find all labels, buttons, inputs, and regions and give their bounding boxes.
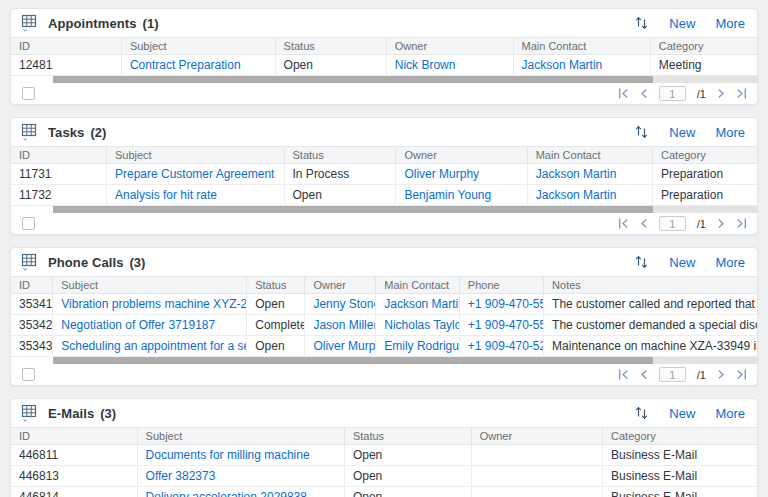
sort-arrows-icon[interactable] [634, 406, 649, 420]
cell-link[interactable]: Emily Rodriguez [384, 339, 459, 353]
column-header-status[interactable]: Status [275, 38, 386, 55]
sort-arrows-icon[interactable] [634, 16, 649, 30]
horizontal-scrollbar[interactable] [11, 357, 757, 364]
sort-arrows-icon[interactable] [634, 255, 649, 269]
horizontal-scrollbar[interactable] [11, 206, 757, 213]
new-button[interactable]: New [669, 406, 695, 421]
scrollbar-track[interactable] [653, 206, 757, 213]
cell-link[interactable]: Scheduling an appointment for a service … [61, 339, 246, 353]
scrollbar-thumb[interactable] [53, 357, 654, 364]
column-header-category[interactable]: Category [603, 428, 757, 445]
more-button[interactable]: More [715, 125, 745, 140]
cell-link[interactable]: Documents for milling machine [146, 448, 310, 462]
select-checkbox[interactable] [22, 368, 35, 381]
cell-link[interactable]: Analysis for hit rate [115, 188, 217, 202]
column-header-id[interactable]: ID [11, 38, 121, 55]
last-page-icon[interactable] [736, 218, 747, 229]
column-header-notes[interactable]: Notes [544, 277, 757, 294]
column-header-status[interactable]: Status [344, 428, 471, 445]
cell-link[interactable]: +1 909-470-5203 [468, 339, 544, 353]
new-button[interactable]: New [669, 255, 695, 270]
select-checkbox[interactable] [22, 87, 35, 100]
scrollbar-track[interactable] [653, 357, 757, 364]
column-header-subject[interactable]: Subject [53, 277, 247, 294]
scrollbar-track[interactable] [653, 76, 757, 83]
column-header-main-contact[interactable]: Main Contact [376, 277, 460, 294]
cell-link[interactable]: Negotiation of Offer 3719187 [61, 318, 215, 332]
cell-text: Open [353, 448, 382, 462]
column-header-main-contact[interactable]: Main Contact [527, 147, 652, 164]
scrollbar-thumb[interactable] [53, 206, 654, 213]
last-page-icon[interactable] [736, 369, 747, 380]
more-button[interactable]: More [715, 16, 745, 31]
cell-link[interactable]: Jackson Martin [522, 58, 603, 72]
more-button[interactable]: More [715, 406, 745, 421]
column-header-category[interactable]: Category [650, 38, 757, 55]
paginator: 1 /1 [618, 216, 747, 231]
column-header-id[interactable]: ID [11, 147, 106, 164]
column-header-subject[interactable]: Subject [106, 147, 284, 164]
previous-page-icon[interactable] [640, 88, 648, 99]
cell-link[interactable]: Contract Preparation [130, 58, 241, 72]
column-header-id[interactable]: ID [11, 428, 137, 445]
last-page-icon[interactable] [736, 88, 747, 99]
column-header-phone[interactable]: Phone [459, 277, 543, 294]
column-header-subject[interactable]: Subject [121, 38, 275, 55]
cell-link[interactable]: Jenny Stone [313, 297, 375, 311]
grid-table-icon[interactable] [21, 123, 38, 141]
cell-text: The customer demanded a special discount… [552, 318, 757, 332]
section-title: Appointments [48, 16, 137, 31]
column-header-owner[interactable]: Owner [386, 38, 513, 55]
cell-link[interactable]: +1 909-470-5522 [468, 318, 544, 332]
previous-page-icon[interactable] [640, 369, 648, 380]
paginator: 1 /1 [618, 367, 747, 382]
cell-link[interactable]: Oliver Murphy [404, 167, 479, 181]
cell-text: Completed [255, 318, 305, 332]
new-button[interactable]: New [669, 16, 695, 31]
cell-link[interactable]: Jackson Martin [536, 188, 617, 202]
scrollbar-thumb[interactable] [53, 76, 654, 83]
column-header-id[interactable]: ID [11, 277, 53, 294]
cell-link[interactable]: Jackson Martin [384, 297, 459, 311]
next-page-icon[interactable] [717, 218, 725, 229]
first-page-icon[interactable] [618, 88, 629, 99]
first-page-icon[interactable] [618, 369, 629, 380]
cell-link[interactable]: Benjamin Young [404, 188, 491, 202]
column-header-category[interactable]: Category [653, 147, 757, 164]
cell-link[interactable]: Prepare Customer Agreement [115, 167, 274, 181]
select-checkbox[interactable] [22, 217, 35, 230]
column-header-main-contact[interactable]: Main Contact [513, 38, 650, 55]
cell-link[interactable]: Delivery acceleration 2029838 [146, 490, 307, 497]
cell-link[interactable]: Jackson Martin [536, 167, 617, 181]
column-header-owner[interactable]: Owner [305, 277, 376, 294]
column-header-owner[interactable]: Owner [396, 147, 527, 164]
cell-text: 446814 [19, 490, 59, 497]
cell-link[interactable]: Nicholas Taylor [384, 318, 459, 332]
grid-table-icon[interactable] [21, 253, 38, 271]
section-table: IDSubjectStatusOwnerMain ContactCategory… [11, 146, 757, 206]
more-button[interactable]: More [715, 255, 745, 270]
grid-table-icon[interactable] [21, 404, 38, 422]
cell-link[interactable]: Vibration problems machine XYZ-2837KX [61, 297, 246, 311]
first-page-icon[interactable] [618, 218, 629, 229]
cell-link[interactable]: Nick Brown [395, 58, 456, 72]
grid-table-icon[interactable] [21, 14, 38, 32]
previous-page-icon[interactable] [640, 218, 648, 229]
horizontal-scrollbar[interactable] [11, 76, 757, 83]
cell-link[interactable]: Oliver Murphy [313, 339, 375, 353]
page-number-input[interactable]: 1 [659, 216, 686, 231]
cell-text: 35341 [19, 297, 52, 311]
column-header-owner[interactable]: Owner [471, 428, 602, 445]
column-header-status[interactable]: Status [247, 277, 305, 294]
cell-link[interactable]: +1 909-470-5577 [468, 297, 544, 311]
page-number-input[interactable]: 1 [659, 367, 686, 382]
cell-link[interactable]: Offer 382373 [146, 469, 216, 483]
new-button[interactable]: New [669, 125, 695, 140]
column-header-status[interactable]: Status [284, 147, 396, 164]
page-number-input[interactable]: 1 [659, 86, 686, 101]
next-page-icon[interactable] [717, 369, 725, 380]
column-header-subject[interactable]: Subject [137, 428, 344, 445]
cell-link[interactable]: Jason Miller [313, 318, 375, 332]
next-page-icon[interactable] [717, 88, 725, 99]
sort-arrows-icon[interactable] [634, 125, 649, 139]
